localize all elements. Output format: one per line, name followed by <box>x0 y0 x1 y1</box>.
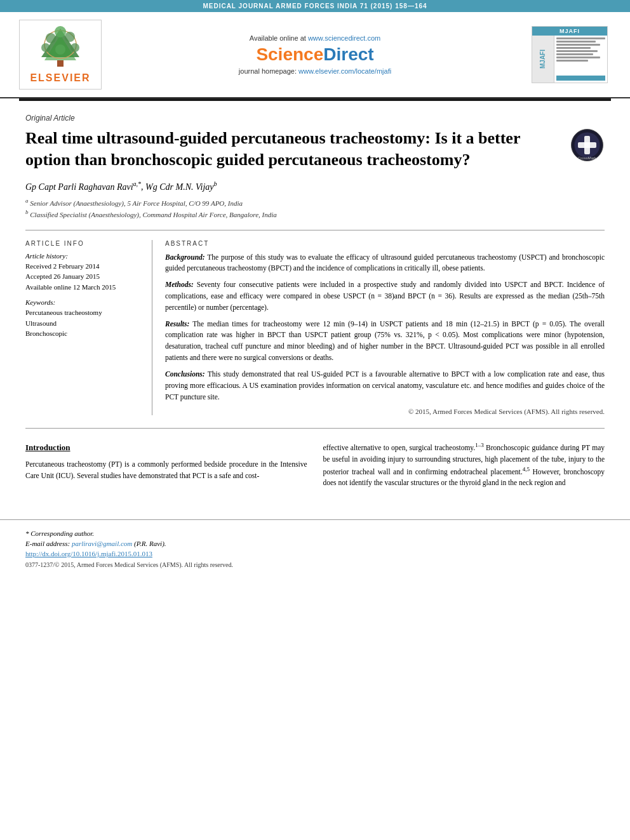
svg-point-8 <box>70 43 79 52</box>
svg-point-6 <box>55 26 66 37</box>
journal-center: Available online at www.sciencedirect.co… <box>108 20 522 90</box>
article-info-column: ARTICLE INFO Article history: Received 2… <box>25 240 152 416</box>
abstract-background: Background: The purpose of this study wa… <box>165 252 605 275</box>
available-online-text: Available online at www.sciencedirect.co… <box>250 34 380 42</box>
abstract-conclusions: Conclusions: This study demonstrated tha… <box>165 369 605 403</box>
elsevier-logo: ELSEVIER <box>19 20 102 90</box>
article-title-row: Real time ultrasound-guided percutaneous… <box>25 128 605 171</box>
intro-paragraph-left: Percutaneous tracheostomy (PT) is a comm… <box>25 459 307 482</box>
corresponding-author-note: * Corresponding author. <box>25 530 605 537</box>
svg-point-7 <box>41 43 50 52</box>
background-label: Background: <box>165 253 205 261</box>
mjafi-header-bar: MJAFI <box>532 27 607 36</box>
mjafi-left-panel: MJAFI <box>532 36 554 83</box>
email-link[interactable]: parliravi@gmail.com <box>72 540 132 547</box>
article-type-label: Original Article <box>25 114 605 123</box>
journal-homepage-text: journal homepage: www.elsevier.com/locat… <box>239 67 391 75</box>
crossmark-badge: CrossMark <box>570 128 605 165</box>
sciencedirect-brand: ScienceDirect <box>256 44 373 65</box>
mjafi-content: MJAFI <box>532 36 607 83</box>
svg-point-5 <box>65 32 75 42</box>
svg-point-9 <box>55 44 65 55</box>
intro-paragraph-right: effective alternative to open, surgical … <box>323 441 605 489</box>
top-bar: MEDICAL JOURNAL ARMED FORCES INDIA 71 (2… <box>0 0 630 12</box>
main-text-columns: Introduction Percutaneous tracheostomy (… <box>25 441 605 494</box>
keyword-2: Ultrasound <box>25 318 142 329</box>
background-text: The purpose of this study was to evaluat… <box>165 253 605 272</box>
abstract-methods: Methods: Seventy four consecutive patien… <box>165 279 605 313</box>
available-online-date: Available online 12 March 2015 <box>25 282 142 293</box>
abstract-heading: ABSTRACT <box>165 240 605 247</box>
introduction-heading: Introduction <box>25 441 307 454</box>
doi-link[interactable]: http://dx.doi.org/10.1016/j.mjafi.2015.0… <box>25 550 152 557</box>
article-info-heading: ARTICLE INFO <box>25 240 142 247</box>
article-title: Real time ultrasound-guided percutaneous… <box>25 128 560 171</box>
svg-rect-0 <box>57 60 64 67</box>
abstract-results: Results: The median times for tracheosto… <box>165 319 605 364</box>
affiliations: a Senior Advisor (Anaesthesiology), 5 Ai… <box>25 197 605 220</box>
authors-line: Gp Capt Parli Raghavan Ravia,*, Wg Cdr M… <box>25 180 605 192</box>
conclusions-text: This study demonstrated that real US-gui… <box>165 370 605 401</box>
article-history: Article history: Received 2 February 201… <box>25 252 142 293</box>
keyword-1: Percutaneous tracheostomy <box>25 307 142 318</box>
page-footer: * Corresponding author. E-mail address: … <box>0 519 630 575</box>
svg-text:CrossMark: CrossMark <box>578 156 597 160</box>
sciencedirect-link[interactable]: www.sciencedirect.com <box>308 34 380 42</box>
text-column-left: Introduction Percutaneous tracheostomy (… <box>25 441 307 494</box>
accepted-date: Accepted 26 January 2015 <box>25 271 142 282</box>
received-date: Received 2 February 2014 <box>25 261 142 272</box>
methods-label: Methods: <box>165 281 194 288</box>
conclusions-label: Conclusions: <box>165 370 205 378</box>
journal-citation: MEDICAL JOURNAL ARMED FORCES INDIA 71 (2… <box>203 3 427 10</box>
mjafi-right-panel <box>554 36 607 83</box>
svg-rect-13 <box>578 142 596 148</box>
history-label: Article history: <box>25 252 142 260</box>
keyword-3: Bronchoscopic <box>25 328 142 339</box>
keywords-section: Keywords: Percutaneous tracheostomy Ultr… <box>25 298 142 339</box>
results-label: Results: <box>165 320 189 328</box>
copyright-line: © 2015, Armed Forces Medical Services (A… <box>165 408 605 415</box>
mjafi-logo: MJAFI MJAFI <box>528 20 611 90</box>
journal-header: ELSEVIER Available online at www.science… <box>0 12 630 98</box>
elsevier-brand-label: ELSEVIER <box>30 72 90 84</box>
info-abstract-section: ARTICLE INFO Article history: Received 2… <box>25 230 605 416</box>
methods-text: Seventy four consecutive patients were i… <box>165 281 605 311</box>
svg-point-4 <box>46 33 56 43</box>
elsevier-tree-icon <box>32 25 89 70</box>
issn-line: 0377-1237/© 2015, Armed Forces Medical S… <box>25 561 605 568</box>
section-divider <box>25 428 605 429</box>
doi-line: http://dx.doi.org/10.1016/j.mjafi.2015.0… <box>25 550 605 557</box>
article-content: Original Article Real time ultrasound-gu… <box>0 101 630 507</box>
journal-homepage-link[interactable]: www.elsevier.com/locate/mjafi <box>298 67 391 75</box>
results-text: The median times for tracheostomy were 1… <box>165 320 605 361</box>
mjafi-box: MJAFI MJAFI <box>532 26 608 83</box>
text-column-right: effective alternative to open, surgical … <box>323 441 605 494</box>
email-footnote: E-mail address: parliravi@gmail.com (P.R… <box>25 540 605 547</box>
keywords-label: Keywords: <box>25 298 142 306</box>
crossmark-icon: CrossMark <box>570 128 605 163</box>
abstract-column: ABSTRACT Background: The purpose of this… <box>165 240 605 416</box>
